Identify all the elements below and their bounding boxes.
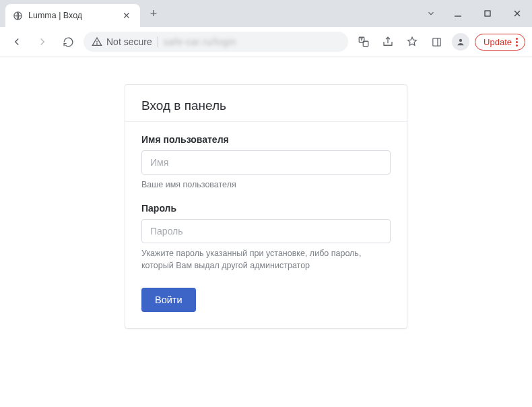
not-secure-label: Not secure	[106, 36, 152, 47]
maximize-button[interactable]	[473, 0, 502, 27]
password-label: Пароль	[141, 203, 391, 214]
update-label: Update	[484, 37, 512, 47]
address-bar[interactable]: Not secure safe-car.ru/login	[84, 32, 348, 52]
minimize-button[interactable]	[443, 0, 473, 27]
translate-icon[interactable]	[354, 32, 374, 52]
close-tab-icon[interactable]: ✕	[120, 9, 133, 22]
warning-icon	[92, 36, 102, 47]
share-icon[interactable]	[378, 32, 398, 52]
svg-point-11	[459, 39, 462, 42]
svg-point-6	[97, 44, 98, 44]
toolbar-right: Update	[354, 32, 525, 52]
forward-button[interactable]	[32, 32, 53, 52]
divider	[158, 36, 158, 47]
close-window-button[interactable]	[502, 0, 532, 27]
username-label: Имя пользователя	[141, 134, 391, 145]
browser-chrome: Lumma | Вход ✕ +	[0, 0, 532, 57]
url-text: safe-car.ru/login	[164, 36, 236, 47]
tab-bar: Lumma | Вход ✕ +	[0, 0, 532, 27]
chevron-down-icon[interactable]	[419, 9, 443, 18]
toolbar: Not secure safe-car.ru/login	[0, 27, 532, 57]
svg-rect-2	[485, 11, 490, 16]
browser-tab[interactable]: Lumma | Вход ✕	[5, 4, 140, 27]
new-tab-button[interactable]: +	[144, 4, 163, 23]
bookmark-star-icon[interactable]	[402, 32, 422, 52]
not-secure-badge: Not secure	[92, 36, 152, 47]
username-input[interactable]	[141, 150, 391, 175]
password-help: Укажите пароль указанный при установке, …	[141, 247, 391, 272]
side-panel-icon[interactable]	[426, 32, 446, 52]
svg-rect-9	[432, 38, 440, 45]
password-group: Пароль Укажите пароль указанный при уста…	[141, 203, 391, 272]
window-controls	[419, 0, 532, 27]
username-group: Имя пользователя Ваше имя пользователя	[141, 134, 391, 191]
tab-title: Lumma | Вход	[28, 11, 114, 20]
username-help: Ваше имя пользователя	[141, 179, 391, 191]
reload-button[interactable]	[58, 32, 78, 52]
card-header: Вход в панель	[125, 85, 407, 122]
login-card: Вход в панель Имя пользователя Ваше имя …	[125, 84, 407, 329]
globe-icon	[12, 10, 23, 21]
submit-button[interactable]: Войти	[141, 288, 196, 312]
page-content: PCrisk risk.com Вход в панель Имя пользо…	[0, 57, 532, 407]
profile-button[interactable]	[451, 32, 471, 52]
avatar-icon	[452, 33, 469, 51]
menu-dots-icon	[516, 38, 518, 46]
card-body: Имя пользователя Ваше имя пользователя П…	[125, 122, 407, 328]
update-button[interactable]: Update	[475, 34, 525, 51]
password-input[interactable]	[141, 219, 391, 243]
back-button[interactable]	[7, 32, 27, 52]
